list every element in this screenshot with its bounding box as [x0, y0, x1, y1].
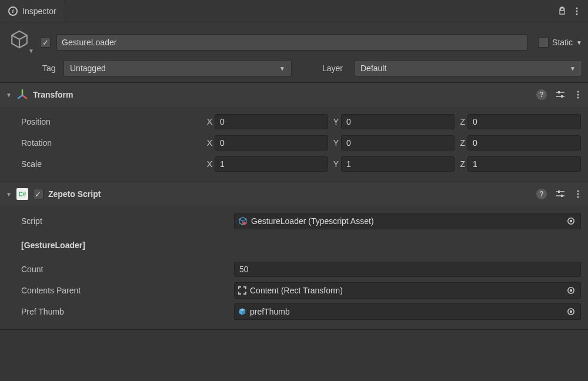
scale-label: Scale [7, 159, 201, 169]
svg-point-11 [577, 94, 579, 96]
rotation-x-input[interactable] [215, 135, 328, 151]
y-label: Y [330, 159, 339, 169]
svg-rect-8 [558, 91, 560, 93]
component-title: Transform [33, 90, 532, 99]
x-label: X [204, 138, 212, 148]
rotation-z-input[interactable] [467, 135, 581, 151]
svg-point-0 [576, 7, 578, 9]
contents-parent-field[interactable]: Content (Rect Transform) [234, 282, 581, 299]
position-z-input[interactable] [467, 114, 581, 129]
layer-label: Layer [322, 63, 349, 73]
kebab-menu-icon[interactable] [574, 189, 582, 199]
transform-icon [16, 89, 28, 101]
z-label: Z [457, 138, 465, 148]
tab-bar: i Inspector [0, 0, 588, 22]
scale-y-input[interactable] [341, 156, 455, 172]
count-input[interactable] [234, 262, 581, 277]
y-label: Y [330, 138, 339, 148]
svg-point-22 [570, 220, 572, 222]
gameobject-name-input[interactable] [56, 34, 527, 51]
chevron-down-icon: ▼ [279, 65, 285, 72]
gameobject-header: ▼ ✓ Static ▼ Tag Untagged ▼ Layer Defaul… [0, 22, 588, 83]
z-label: Z [457, 117, 465, 126]
rotation-y-input[interactable] [341, 135, 455, 151]
rect-transform-icon [238, 286, 246, 295]
static-checkbox[interactable] [538, 37, 549, 48]
position-y-input[interactable] [341, 114, 455, 129]
presets-icon[interactable] [555, 89, 566, 100]
presets-icon[interactable] [555, 189, 566, 199]
svg-point-24 [570, 289, 572, 292]
zepeto-script-header[interactable]: ▼ C# ✓ Zepeto Script ? [0, 182, 588, 206]
scale-x-input[interactable] [215, 156, 328, 172]
script-field-label: Script [7, 216, 230, 226]
scale-z-input[interactable] [467, 156, 581, 172]
transform-header[interactable]: ▼ Transform ? [0, 83, 588, 106]
cube-icon [9, 29, 29, 49]
zepeto-script-component: ▼ C# ✓ Zepeto Script ? Script GestureLoa… [0, 182, 588, 330]
svg-point-19 [577, 196, 579, 198]
chevron-down-icon: ▼ [570, 65, 576, 72]
script-object-field[interactable]: GestureLoader (Typescript Asset) [234, 213, 581, 229]
lock-icon[interactable] [557, 6, 567, 16]
help-icon[interactable]: ? [536, 189, 547, 199]
object-picker-icon[interactable] [564, 283, 578, 298]
svg-point-12 [577, 97, 579, 99]
contents-parent-label: Contents Parent [7, 286, 230, 295]
svg-point-20 [243, 222, 246, 225]
inspector-tab[interactable]: i Inspector [0, 0, 65, 22]
info-icon: i [8, 6, 18, 16]
script-object-value: GestureLoader (Typescript Asset) [251, 216, 560, 226]
help-icon[interactable]: ? [536, 89, 547, 100]
svg-point-26 [570, 310, 572, 313]
svg-line-4 [22, 95, 26, 98]
gameobject-icon[interactable]: ▼ [6, 29, 34, 55]
pref-thumb-label: Pref Thumb [7, 307, 230, 316]
tag-label: Tag [42, 63, 59, 73]
kebab-menu-icon[interactable] [573, 6, 581, 16]
transform-component: ▼ Transform ? Position X Y Z [0, 83, 588, 182]
svg-point-1 [576, 10, 578, 12]
static-label: Static [552, 38, 573, 47]
tag-value: Untagged [70, 63, 106, 73]
pref-thumb-value: prefThumb [250, 307, 560, 316]
position-label: Position [7, 117, 201, 126]
x-label: X [204, 159, 212, 169]
z-label: Z [457, 159, 465, 169]
svg-point-2 [576, 13, 578, 15]
typescript-asset-icon [238, 216, 248, 226]
svg-rect-9 [561, 95, 563, 98]
svg-line-5 [18, 95, 22, 98]
svg-point-17 [577, 190, 579, 192]
object-picker-icon[interactable] [564, 214, 578, 228]
tab-label: Inspector [22, 6, 56, 16]
static-dropdown[interactable]: ▼ [576, 39, 582, 46]
position-x-input[interactable] [215, 114, 328, 129]
tab-bar-actions [557, 6, 588, 16]
prefab-icon [238, 308, 246, 316]
x-label: X [204, 117, 212, 126]
svg-point-10 [577, 91, 579, 93]
svg-rect-16 [561, 195, 563, 197]
svg-point-18 [577, 193, 579, 195]
tag-dropdown[interactable]: Untagged ▼ [64, 60, 292, 76]
layer-dropdown[interactable]: Default ▼ [354, 60, 582, 76]
foldout-icon[interactable]: ▼ [6, 92, 12, 98]
contents-parent-value: Content (Rect Transform) [250, 286, 560, 295]
pref-thumb-field[interactable]: prefThumb [234, 303, 581, 320]
layer-value: Default [360, 63, 386, 73]
kebab-menu-icon[interactable] [574, 90, 582, 99]
object-picker-icon[interactable] [564, 305, 578, 319]
script-class-header: [GestureLoader] [7, 240, 230, 250]
active-checkbox[interactable]: ✓ [40, 37, 51, 48]
script-file-icon: C# [16, 188, 28, 200]
count-label: Count [7, 265, 230, 274]
component-enabled-checkbox[interactable]: ✓ [33, 189, 44, 199]
component-title: Zepeto Script [48, 189, 532, 199]
foldout-icon[interactable]: ▼ [6, 191, 12, 198]
rotation-label: Rotation [7, 138, 201, 148]
icon-dropdown[interactable]: ▼ [28, 48, 34, 54]
svg-rect-15 [558, 190, 560, 193]
y-label: Y [330, 117, 339, 126]
